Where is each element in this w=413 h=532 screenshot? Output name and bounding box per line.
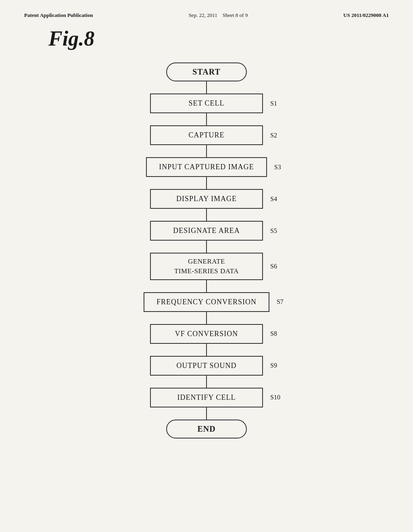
step-s6-row: GENERATE TIME-SERIES DATA S6 (24, 253, 389, 280)
end-box: END (166, 420, 247, 438)
step-s7-row: FREQUENCY CONVERSION S7 (24, 292, 389, 312)
step-s2-label: S2 (270, 132, 277, 139)
connector-10 (206, 407, 207, 420)
step-s3-row: INPUT CAPTURED IMAGE S3 (24, 157, 389, 177)
page: Patent Application Publication Sep. 22, … (0, 0, 413, 532)
figure-title: Fig.8 (48, 27, 389, 50)
connector-9 (206, 376, 207, 388)
connector-1 (206, 113, 207, 125)
step-s3-label: S3 (274, 164, 281, 171)
connector-6 (206, 280, 207, 292)
connector-3 (206, 177, 207, 189)
header-left: Patent Application Publication (24, 12, 93, 19)
step-s3-box: INPUT CAPTURED IMAGE (146, 157, 267, 177)
header-sheet: Sheet 8 of 9 (223, 12, 248, 18)
step-s4-box: DISPLAY IMAGE (150, 189, 263, 209)
step-s6-box: GENERATE TIME-SERIES DATA (150, 253, 263, 280)
header-date: Sep. 22, 2011 (189, 12, 217, 18)
step-s8-box: VF CONVERSION (150, 324, 263, 344)
connector-4 (206, 209, 207, 221)
step-s8-row: VF CONVERSION S8 (24, 324, 389, 344)
connector-2 (206, 145, 207, 157)
step-s1-label: S1 (270, 100, 277, 107)
start-box: START (166, 62, 247, 81)
step-s2-box: CAPTURE (150, 125, 263, 145)
connector-7 (206, 312, 207, 324)
step-s9-row: OUTPUT SOUND S9 (24, 356, 389, 376)
step-s4-label: S4 (270, 195, 277, 203)
start-row: START (24, 62, 389, 81)
step-s8-label: S8 (270, 330, 277, 337)
step-s10-label: S10 (270, 394, 280, 401)
page-header: Patent Application Publication Sep. 22, … (24, 12, 389, 19)
connector-5 (206, 241, 207, 253)
step-s6-label: S6 (270, 263, 277, 270)
header-right: US 2011/0229008 A1 (343, 12, 389, 19)
step-s1-row: SET CELL S1 (24, 94, 389, 113)
step-s2-row: CAPTURE S2 (24, 125, 389, 145)
end-row: END (24, 420, 389, 438)
step-s6-line1: GENERATE (163, 257, 250, 266)
step-s5-label: S5 (270, 227, 277, 235)
connector-8 (206, 344, 207, 356)
step-s7-box: FREQUENCY CONVERSION (144, 292, 269, 312)
header-center: Sep. 22, 2011 Sheet 8 of 9 (189, 12, 248, 19)
step-s9-box: OUTPUT SOUND (150, 356, 263, 376)
step-s5-box: DESIGNATE AREA (150, 221, 263, 241)
step-s10-row: IDENTIFY CELL S10 (24, 388, 389, 407)
step-s9-label: S9 (270, 362, 277, 369)
connector-0 (206, 81, 207, 94)
flowchart: START SET CELL S1 CAPTURE S2 (24, 62, 389, 438)
step-s7-label: S7 (277, 298, 284, 305)
step-s4-row: DISPLAY IMAGE S4 (24, 189, 389, 209)
step-s10-box: IDENTIFY CELL (150, 388, 263, 407)
step-s1-box: SET CELL (150, 94, 263, 113)
step-s6-line2: TIME-SERIES DATA (163, 266, 250, 276)
step-s5-row: DESIGNATE AREA S5 (24, 221, 389, 241)
